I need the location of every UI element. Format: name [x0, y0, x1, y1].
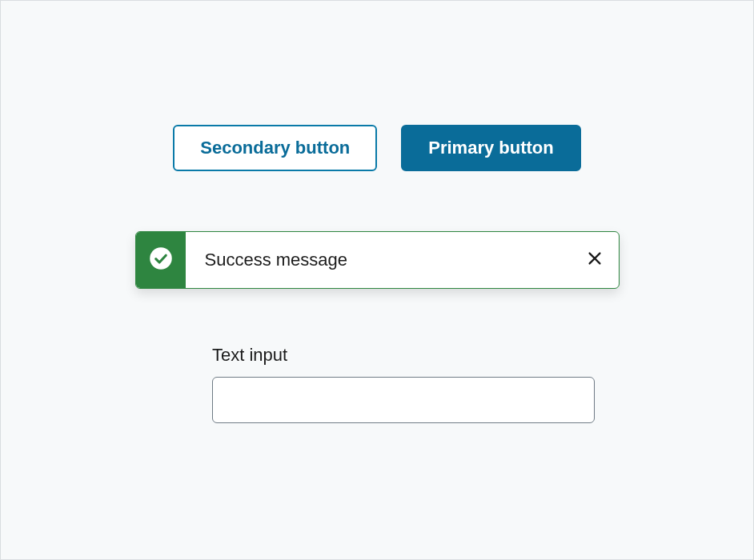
check-circle-icon	[149, 246, 173, 274]
alert-icon-container	[136, 232, 186, 288]
primary-button[interactable]: Primary button	[401, 125, 580, 171]
svg-point-0	[150, 247, 172, 270]
text-input[interactable]	[212, 377, 595, 423]
close-icon	[586, 250, 604, 270]
secondary-button[interactable]: Secondary button	[173, 125, 377, 171]
close-button[interactable]	[571, 232, 619, 288]
input-label: Text input	[212, 345, 595, 366]
success-alert: Success message	[135, 231, 620, 289]
input-group: Text input	[212, 345, 595, 423]
alert-message: Success message	[186, 232, 571, 288]
button-row: Secondary button Primary button	[173, 125, 580, 171]
